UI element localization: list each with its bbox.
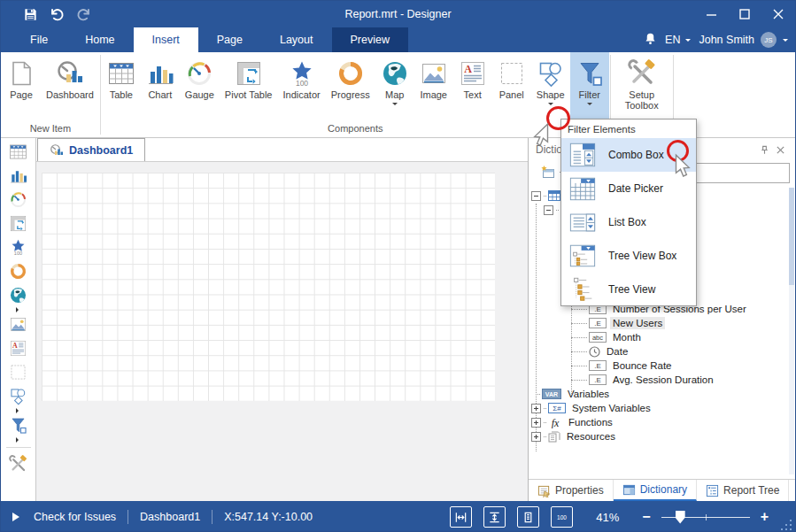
document-tab-dashboard1[interactable]: Dashboard1 — [37, 138, 145, 161]
dashboard-page-grid[interactable] — [42, 173, 495, 401]
tree-item-label: Avg. Session Duration — [610, 374, 716, 386]
expand-plus-icon[interactable] — [531, 432, 541, 442]
image-icon — [420, 57, 448, 89]
tab-file[interactable]: File — [12, 27, 66, 52]
toolbox-shape-icon[interactable] — [9, 387, 28, 405]
close-panel-icon[interactable] — [772, 143, 788, 157]
toolbox-text-icon[interactable]: A — [9, 339, 28, 358]
expand-plus-icon[interactable] — [531, 404, 541, 413]
tree-item-month[interactable]: abcMonth — [529, 330, 795, 344]
scrollbar-thumb[interactable] — [789, 188, 794, 285]
toolbox-separator — [6, 447, 31, 448]
zoom-out-button[interactable]: − — [638, 509, 653, 525]
design-canvas[interactable] — [36, 162, 528, 501]
list-box-icon — [568, 207, 598, 237]
ribbon-item-indicator[interactable]: 100Indicator — [277, 52, 325, 122]
dropdown-item-list-box[interactable]: List Box — [561, 205, 696, 239]
ribbon-item-label: Table — [110, 89, 133, 100]
check-for-issues-button[interactable]: Check for Issues — [34, 511, 116, 523]
toolbox-gauge-icon[interactable] — [9, 190, 28, 209]
tree-connector — [544, 422, 546, 423]
ribbon-item-image[interactable]: Image — [414, 52, 453, 122]
flyout-arrow-icon[interactable] — [16, 408, 21, 413]
zoom-slider-thumb[interactable] — [676, 511, 685, 524]
ribbon-item-progress[interactable]: Progress — [326, 52, 375, 122]
panel-tabs: PropertiesDictionaryReport Tree — [529, 479, 795, 501]
flyout-arrow-icon[interactable] — [16, 437, 21, 443]
panel-tab-properties[interactable]: Properties — [529, 480, 614, 501]
dropdown-item-tree-view-box[interactable]: Tree View Box — [561, 239, 696, 273]
tree-view-box-icon — [568, 241, 598, 271]
ribbon-item-pivot-table[interactable]: Pivot Table — [220, 52, 278, 122]
ribbon-item-label: Progress — [331, 89, 370, 100]
tab-preview[interactable]: Preview — [332, 27, 408, 52]
close-button[interactable] — [761, 1, 795, 27]
window-title: Report.mrt - Designer — [1, 8, 795, 20]
toolbox-filter-icon[interactable] — [9, 416, 28, 435]
page-view-button[interactable] — [517, 506, 539, 528]
toolbox-pivot-table-icon[interactable] — [9, 214, 28, 233]
date-icon — [589, 346, 600, 358]
ribbon-item-filter[interactable]: Filter — [570, 52, 609, 122]
notifications-bell-icon[interactable] — [644, 32, 657, 48]
ribbon-item-dashboard[interactable]: Dashboard — [41, 52, 99, 122]
ribbon-item-chart[interactable]: Chart — [141, 52, 180, 122]
language-selector[interactable]: EN — [665, 34, 691, 46]
tree-item-avg-session-duration[interactable]: .EAvg. Session Duration — [529, 373, 795, 387]
zoom-in-button[interactable]: + — [757, 509, 772, 525]
ribbon-item-panel[interactable]: Panel — [492, 52, 531, 122]
ribbon-item-setup-toolbox[interactable]: Setup Toolbox — [612, 52, 672, 122]
tree-item-new-users[interactable]: .ENew Users — [529, 316, 795, 330]
redo-icon[interactable] — [75, 6, 91, 22]
collapse-minus-icon[interactable] — [544, 205, 553, 215]
tree-item-resources[interactable]: Resources — [529, 429, 795, 443]
zoom-slider[interactable] — [661, 517, 750, 518]
tree-item-label: Resources — [564, 430, 618, 443]
fit-page-width-button[interactable] — [450, 506, 472, 528]
expand-plus-icon[interactable] — [531, 418, 541, 428]
user-name: John Smith — [699, 34, 754, 46]
tree-item-system-variables[interactable]: Σ#System Variables — [529, 401, 795, 415]
tree-scrollbar[interactable] — [789, 188, 794, 474]
toolbox-map-icon[interactable] — [9, 286, 28, 305]
tree-item-functions[interactable]: fxFunctions — [529, 415, 795, 429]
ribbon-item-map[interactable]: Map — [375, 52, 414, 122]
tab-home[interactable]: Home — [66, 27, 133, 52]
tab-page[interactable]: Page — [198, 27, 261, 52]
panel-tab-report-tree[interactable]: Report Tree — [697, 480, 789, 501]
dropdown-item-tree-view[interactable]: Tree View — [561, 273, 696, 306]
toolbox-indicator-icon[interactable]: 100 — [9, 238, 28, 257]
toolbox-image-icon[interactable] — [9, 315, 28, 334]
ribbon-item-table[interactable]: Table — [102, 52, 141, 122]
chevron-down-icon — [392, 103, 398, 108]
toolbox-table-icon[interactable] — [9, 143, 28, 161]
tree-item-date[interactable]: Date — [529, 344, 795, 359]
flyout-arrow-icon[interactable] — [16, 307, 21, 312]
panel-icon — [498, 57, 526, 89]
tree-item-variables[interactable]: VARVariables — [529, 387, 795, 401]
ribbon-item-text[interactable]: AText — [453, 52, 492, 122]
maximize-button[interactable] — [728, 1, 761, 27]
dropdown-item-label: Tree View Box — [608, 250, 676, 262]
user-menu[interactable]: John Smith JS — [699, 32, 788, 48]
tab-layout[interactable]: Layout — [261, 27, 332, 52]
toolbox-setup-toolbox-icon[interactable] — [9, 455, 28, 474]
minimize-button[interactable] — [694, 1, 728, 27]
collapse-minus-icon[interactable] — [531, 191, 541, 201]
ribbon-item-label: Image — [420, 89, 447, 100]
tab-insert[interactable]: Insert — [134, 27, 198, 52]
toolbox-chart-icon[interactable] — [9, 166, 28, 185]
ribbon-item-gauge[interactable]: Gauge — [180, 52, 220, 122]
undo-icon[interactable] — [49, 6, 65, 22]
pin-icon[interactable] — [756, 143, 772, 157]
toolbox-progress-icon[interactable] — [9, 262, 28, 281]
toolbox-panel-icon[interactable] — [9, 363, 28, 382]
ribbon-item-page[interactable]: Page — [2, 52, 41, 122]
tree-item-bounce-rate[interactable]: .EBounce Rate — [529, 359, 795, 373]
save-icon[interactable] — [22, 6, 38, 22]
fit-page-height-button[interactable] — [483, 506, 506, 528]
resize-grip[interactable] — [779, 518, 792, 530]
status-right: 100 41% − + — [438, 506, 795, 528]
zoom-100-button[interactable]: 100 — [551, 506, 573, 528]
panel-tab-dictionary[interactable]: Dictionary — [614, 480, 697, 501]
